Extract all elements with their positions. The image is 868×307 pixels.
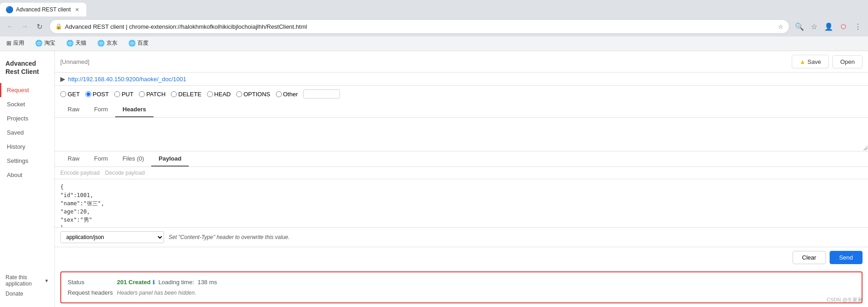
bookmark-baidu[interactable]: 🌐 百度 xyxy=(126,38,151,48)
active-tab[interactable]: 🔵 Advanced REST client × xyxy=(0,3,86,16)
drive-icon: ▲ xyxy=(799,58,806,65)
forward-button[interactable]: → xyxy=(18,20,31,33)
payload-textarea[interactable]: { "id":1001, "name":"张三", "age":20, "sex… xyxy=(55,179,868,227)
bookmark-taobao[interactable]: 🌐 淘宝 xyxy=(32,38,58,48)
sidebar-item-request[interactable]: Request xyxy=(0,83,54,97)
method-post[interactable]: POST xyxy=(85,91,109,98)
clear-button[interactable]: Clear xyxy=(793,251,826,264)
method-other-input[interactable] xyxy=(303,89,340,99)
tab-close-button[interactable]: × xyxy=(74,6,81,13)
send-button[interactable]: Send xyxy=(830,251,863,264)
address-bar[interactable]: 🔒 Advanced REST client | chrome-extensio… xyxy=(49,19,789,34)
headers-area: ◢ xyxy=(55,118,868,151)
sidebar-item-socket[interactable]: Socket xyxy=(0,97,54,111)
save-button[interactable]: ▲ Save xyxy=(792,55,829,68)
star-icon[interactable]: ☆ xyxy=(778,23,783,30)
document-name: [Unnamed] xyxy=(60,58,788,65)
payload-tabs: Raw Form Files (0) Payload xyxy=(55,151,868,167)
bookmark-button[interactable]: ☆ xyxy=(808,20,820,33)
globe-icon-2: 🌐 xyxy=(66,40,74,47)
menu-button[interactable]: ⋮ xyxy=(852,20,864,33)
sidebar-item-history[interactable]: History xyxy=(0,140,54,154)
method-patch-radio[interactable] xyxy=(139,91,145,97)
app-title: Advanced Rest Client xyxy=(0,56,54,83)
sidebar-nav: Request Socket Projects Saved History Se… xyxy=(0,83,54,269)
response-status-row: Status 201 Created ℹ Loading time: 138 m… xyxy=(68,277,855,287)
method-options-radio[interactable] xyxy=(236,91,242,97)
tab-files-payload[interactable]: Files (0) xyxy=(115,151,151,167)
back-button[interactable]: ← xyxy=(4,20,16,33)
loading-label: Loading time: xyxy=(159,279,194,286)
watermark: CSDN @生夏夏 xyxy=(827,297,863,303)
payload-area: { "id":1001, "name":"张三", "age":20, "sex… xyxy=(55,179,868,227)
url-input[interactable] xyxy=(68,76,863,83)
method-head-radio[interactable] xyxy=(207,91,213,97)
loading-value: 138 ms xyxy=(197,279,217,286)
method-delete[interactable]: DELETE xyxy=(171,91,201,98)
method-other-radio[interactable] xyxy=(276,91,282,97)
browser-actions: 🔍 ☆ 👤 ⬡ ⋮ xyxy=(793,20,864,33)
tab-payload[interactable]: Payload xyxy=(151,151,189,167)
sidebar-item-projects[interactable]: Projects xyxy=(0,111,54,125)
search-button[interactable]: 🔍 xyxy=(793,20,806,33)
nav-bar: ← → ↻ 🔒 Advanced REST client | chrome-ex… xyxy=(0,16,868,36)
resize-handle[interactable]: ◢ xyxy=(862,145,868,151)
sidebar-item-saved[interactable]: Saved xyxy=(0,125,54,140)
content-type-hint: Set "Content-Type" header to overwrite t… xyxy=(169,234,290,240)
method-post-radio[interactable] xyxy=(85,91,91,97)
method-put-radio[interactable] xyxy=(114,91,120,97)
globe-icon-3: 🌐 xyxy=(97,40,105,47)
donate-button[interactable]: Donate xyxy=(5,290,49,298)
bookmark-jingdong-label: 京东 xyxy=(106,39,117,47)
bookmark-tianmao-label: 天猫 xyxy=(75,39,86,47)
method-patch[interactable]: PATCH xyxy=(139,91,165,98)
profile-button[interactable]: 👤 xyxy=(822,20,835,33)
main-content: [Unnamed] ▲ Save Open ▶ GET POST PUT xyxy=(55,51,868,307)
extensions-button[interactable]: ⬡ xyxy=(837,20,850,33)
open-button[interactable]: Open xyxy=(832,55,863,68)
headers-hidden-text: Headers panel has been hidden. xyxy=(117,290,196,296)
encode-payload-link[interactable]: Encode payload xyxy=(60,170,100,176)
tab-form-payload[interactable]: Form xyxy=(87,151,115,167)
app-container: Advanced Rest Client Request Socket Proj… xyxy=(0,51,868,307)
headers-textarea[interactable] xyxy=(55,118,868,150)
sidebar-item-settings[interactable]: Settings xyxy=(0,154,54,168)
reload-button[interactable]: ↻ xyxy=(33,20,46,33)
tab-raw-headers[interactable]: Raw xyxy=(60,102,87,117)
tab-raw-payload[interactable]: Raw xyxy=(60,151,87,167)
headers-section-tabs: Raw Form Headers xyxy=(55,102,868,118)
decode-payload-link[interactable]: Decode payload xyxy=(105,170,145,176)
info-icon[interactable]: ℹ xyxy=(153,279,155,286)
method-delete-radio[interactable] xyxy=(171,91,177,97)
save-label: Save xyxy=(808,58,821,65)
bookmark-tianmao[interactable]: 🌐 天猫 xyxy=(64,38,89,48)
loading-time-label: Loading time: 138 ms xyxy=(159,279,217,286)
tab-headers[interactable]: Headers xyxy=(115,102,153,117)
bookmark-apps[interactable]: ⊞ 应用 xyxy=(4,38,27,48)
method-get[interactable]: GET xyxy=(60,91,80,98)
open-label: Open xyxy=(840,58,855,65)
nav-controls: ← → ↻ xyxy=(4,20,46,33)
dropdown-icon: ▼ xyxy=(44,278,49,283)
bookmark-apps-label: 应用 xyxy=(13,39,24,47)
method-other[interactable]: Other xyxy=(276,91,298,98)
content-type-select[interactable]: application/json text/plain application/… xyxy=(60,231,164,243)
bookmark-baidu-label: 百度 xyxy=(138,39,148,47)
url-expand-icon[interactable]: ▶ xyxy=(60,75,65,83)
tab-form-headers[interactable]: Form xyxy=(87,102,115,117)
rate-app-label: Rate this application xyxy=(5,274,43,287)
method-options[interactable]: OPTIONS xyxy=(236,91,270,98)
method-put[interactable]: PUT xyxy=(114,91,133,98)
response-section: Status 201 Created ℹ Loading time: 138 m… xyxy=(60,271,863,303)
action-bar: Clear Send xyxy=(55,247,868,268)
bookmark-jingdong[interactable]: 🌐 京东 xyxy=(95,38,120,48)
rate-app-button[interactable]: Rate this application ▼ xyxy=(5,273,49,288)
bookmark-taobao-label: 淘宝 xyxy=(44,39,55,47)
bookmarks-bar: ⊞ 应用 🌐 淘宝 🌐 天猫 🌐 京东 🌐 百度 xyxy=(0,36,868,51)
sidebar-item-about[interactable]: About xyxy=(0,168,54,182)
response-headers-row: Request headers Headers panel has been h… xyxy=(68,287,855,298)
method-head[interactable]: HEAD xyxy=(207,91,231,98)
donate-label: Donate xyxy=(5,291,23,297)
apps-icon: ⊞ xyxy=(6,40,11,47)
method-get-radio[interactable] xyxy=(60,91,66,97)
